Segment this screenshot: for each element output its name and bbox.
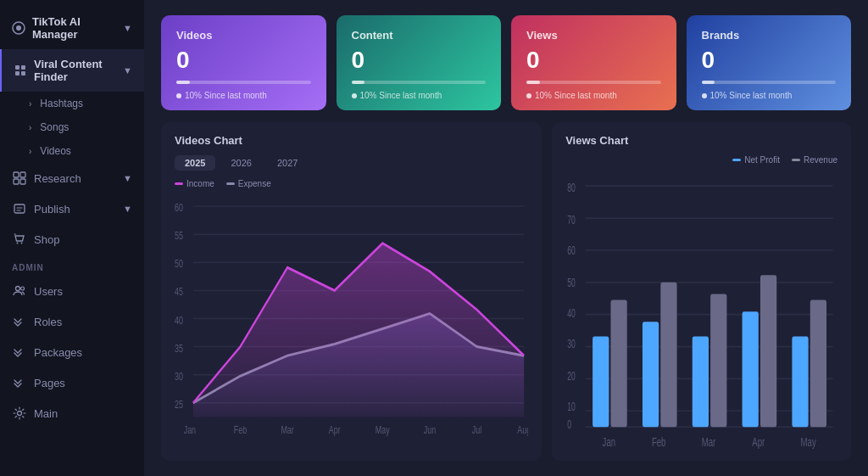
expense-legend-label: Expense <box>238 179 271 188</box>
videos-chart-legend: Income Expense <box>175 179 528 188</box>
research-icon <box>12 171 27 186</box>
svg-text:35: 35 <box>175 342 183 354</box>
svg-text:Jul: Jul <box>472 423 481 435</box>
main-label: Main <box>34 407 58 420</box>
sidebar-item-research[interactable]: Research ▼ <box>0 163 144 193</box>
expense-legend-dot <box>226 182 235 185</box>
svg-text:30: 30 <box>175 370 183 382</box>
views-card-title: Views <box>526 29 661 42</box>
songs-label: Songs <box>40 121 69 133</box>
svg-text:30: 30 <box>567 338 576 350</box>
content-card-value: 0 <box>352 47 487 74</box>
svg-text:Mar: Mar <box>281 423 294 435</box>
sidebar-item-videos[interactable]: › Videos <box>0 139 144 163</box>
songs-chevron-icon: › <box>29 123 31 132</box>
videos-bar-fill <box>176 81 190 84</box>
sidebar-active-item[interactable]: Viral Content Finder ▼ <box>0 49 144 92</box>
svg-point-15 <box>18 412 22 416</box>
chart-tab-2025[interactable]: 2025 <box>175 155 215 171</box>
brands-footer-text: 10% Since last month <box>710 91 793 100</box>
pages-label: Pages <box>34 377 65 389</box>
content-bar-bg <box>352 81 487 84</box>
svg-text:10: 10 <box>567 400 576 412</box>
views-bar-bg <box>526 81 661 84</box>
viral-icon <box>14 63 27 78</box>
svg-text:Feb: Feb <box>652 434 666 449</box>
svg-point-1 <box>16 25 21 31</box>
bar-feb-net <box>643 322 659 427</box>
stat-card-videos: Videos 0 10% Since last month <box>161 15 326 110</box>
sidebar-top-app[interactable]: TikTok AI Manager ▼ <box>0 7 144 49</box>
line-chart-svg: 60 55 50 45 40 35 30 25 <box>175 193 528 449</box>
svg-text:40: 40 <box>175 314 183 326</box>
chart-tab-2026[interactable]: 2026 <box>220 155 261 171</box>
roles-label: Roles <box>34 316 62 328</box>
svg-rect-5 <box>21 71 25 76</box>
content-card-footer: 10% Since last month <box>352 91 487 100</box>
chart-tab-2027[interactable]: 2027 <box>267 155 308 171</box>
sidebar-item-users[interactable]: Users <box>0 276 144 306</box>
bar-feb-rev <box>660 283 676 427</box>
views-card-value: 0 <box>526 47 661 74</box>
packages-label: Packages <box>34 346 82 359</box>
brands-card-title: Brands <box>702 29 837 42</box>
sidebar-item-main[interactable]: Main <box>0 398 144 428</box>
research-chevron-icon: ▼ <box>123 173 132 183</box>
svg-text:Jan: Jan <box>184 423 196 435</box>
sidebar-item-publish[interactable]: Publish ▼ <box>0 193 144 224</box>
videos-chart-title: Videos Chart <box>175 134 528 147</box>
revenue-legend-dot <box>792 159 800 161</box>
publish-icon <box>12 201 27 216</box>
sidebar-item-songs[interactable]: › Songs <box>0 115 144 139</box>
pages-icon <box>12 375 27 390</box>
views-bar-fill <box>526 81 540 84</box>
sidebar-item-roles[interactable]: Roles <box>0 306 144 337</box>
videos-footer-text: 10% Since last month <box>185 91 267 100</box>
views-chart-title: Views Chart <box>565 134 837 147</box>
hashtags-chevron-icon: › <box>29 99 31 109</box>
sidebar-item-packages[interactable]: Packages <box>0 337 144 367</box>
netprofit-legend-item: Net Profit <box>732 155 780 165</box>
sidebar-item-shop[interactable]: Shop <box>0 224 144 255</box>
videos-card-value: 0 <box>176 47 311 74</box>
views-card-footer: 10% Since last month <box>526 91 661 100</box>
research-label: Research <box>34 172 81 185</box>
bar-may-net <box>793 336 809 427</box>
app-icon <box>12 20 25 36</box>
line-chart-wrap: 60 55 50 45 40 35 30 25 <box>175 193 528 449</box>
income-legend-dot <box>175 182 183 185</box>
sidebar-item-hashtags[interactable]: › Hashtags <box>0 92 144 115</box>
publish-label: Publish <box>34 203 70 216</box>
svg-text:20: 20 <box>567 370 576 382</box>
svg-text:Feb: Feb <box>234 423 247 435</box>
bar-may-rev <box>810 300 826 427</box>
svg-rect-4 <box>15 71 19 76</box>
svg-text:Mar: Mar <box>702 434 716 449</box>
bar-apr-net <box>743 311 759 427</box>
revenue-legend-item: Revenue <box>792 155 837 165</box>
users-label: Users <box>34 285 63 298</box>
svg-text:Apr: Apr <box>752 434 765 449</box>
svg-point-14 <box>21 287 25 290</box>
stat-card-views: Views 0 10% Since last month <box>511 15 676 110</box>
app-chevron-icon: ▼ <box>123 23 132 33</box>
svg-text:60: 60 <box>175 201 183 213</box>
svg-rect-10 <box>14 204 25 213</box>
stat-card-brands: Brands 0 10% Since last month <box>687 15 852 110</box>
views-chart-box: Views Chart Net Profit Revenue <box>552 122 851 461</box>
bar-chart-wrap: 80 70 60 50 40 30 20 10 0 <box>565 171 837 449</box>
svg-text:80: 80 <box>567 182 576 193</box>
expense-legend-item: Expense <box>226 179 271 188</box>
bar-jan-rev <box>611 300 627 427</box>
admin-section-label: Admin <box>0 255 144 276</box>
sidebar-item-pages[interactable]: Pages <box>0 367 144 398</box>
main-gear-icon <box>12 406 27 421</box>
views-footer-text: 10% Since last month <box>535 91 617 100</box>
brands-bar-bg <box>702 81 837 84</box>
svg-text:Jan: Jan <box>603 434 616 449</box>
bar-mar-net <box>693 336 709 427</box>
videos-card-title: Videos <box>176 29 311 42</box>
views-chart-legend: Net Profit Revenue <box>565 155 837 165</box>
brands-card-footer: 10% Since last month <box>702 91 837 100</box>
content-footer-text: 10% Since last month <box>360 91 442 100</box>
